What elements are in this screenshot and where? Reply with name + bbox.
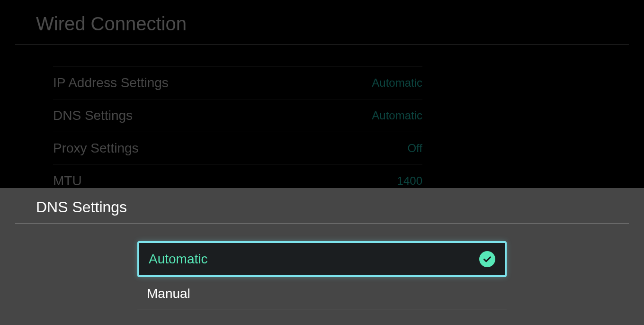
option-list: Automatic Manual xyxy=(137,241,507,309)
setting-label: DNS Settings xyxy=(53,108,133,123)
setting-label: MTU xyxy=(53,173,82,189)
setting-label: Proxy Settings xyxy=(53,141,139,156)
checkmark-icon xyxy=(479,251,495,267)
setting-value: 1400 xyxy=(397,174,422,188)
setting-value: Automatic xyxy=(372,109,422,122)
page-title: Wired Connection xyxy=(15,0,629,45)
setting-value: Off xyxy=(407,142,422,155)
option-label: Manual xyxy=(147,286,190,301)
dns-settings-overlay: DNS Settings Automatic Manual xyxy=(0,188,644,325)
setting-value: Automatic xyxy=(372,76,422,90)
option-manual[interactable]: Manual xyxy=(137,278,507,309)
option-label: Automatic xyxy=(149,252,208,267)
wired-connection-page: Wired Connection IP Address Settings Aut… xyxy=(0,0,644,198)
setting-label: IP Address Settings xyxy=(53,75,169,90)
option-automatic[interactable]: Automatic xyxy=(137,241,507,277)
setting-row-proxy[interactable]: Proxy Settings Off xyxy=(53,132,422,165)
overlay-title: DNS Settings xyxy=(15,188,629,224)
setting-row-ip-address[interactable]: IP Address Settings Automatic xyxy=(53,66,422,99)
settings-list: IP Address Settings Automatic DNS Settin… xyxy=(53,66,422,198)
setting-row-dns[interactable]: DNS Settings Automatic xyxy=(53,99,422,132)
